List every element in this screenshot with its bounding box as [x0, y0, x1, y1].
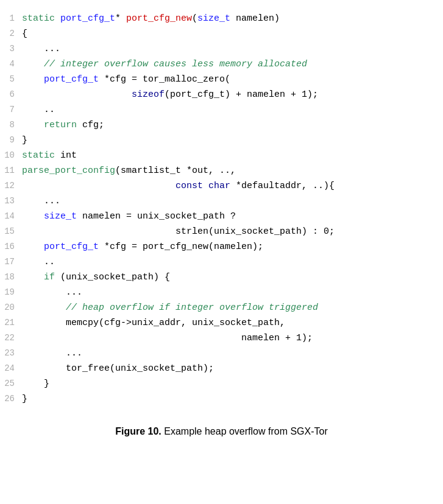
- code-token: [22, 242, 44, 252]
- line-number: 11: [0, 163, 22, 178]
- code-text: strlen(unix_socket_path) : 0;: [22, 225, 443, 239]
- code-line: 9}: [0, 133, 443, 148]
- code-text: sizeof(port_cfg_t) + namelen + 1);: [22, 88, 443, 102]
- line-number: 10: [0, 148, 22, 163]
- code-token: [55, 150, 60, 161]
- code-text: namelen + 1);: [22, 331, 443, 346]
- line-number: 16: [0, 239, 22, 254]
- code-text: ...: [22, 285, 443, 300]
- code-token: }: [22, 394, 27, 404]
- code-token: [22, 74, 44, 85]
- code-text: parse_port_config(smartlist_t *out, ..,: [22, 164, 443, 178]
- code-token: ...: [22, 196, 60, 206]
- line-number: 9: [0, 133, 22, 147]
- code-token: port_cfg_t: [60, 13, 115, 24]
- code-token: ...: [22, 44, 60, 54]
- code-text: const char *defaultaddr, ..){: [22, 179, 443, 194]
- code-text: }: [22, 133, 443, 148]
- code-token: [22, 272, 44, 282]
- code-text: if (unix_socket_path) {: [22, 270, 443, 285]
- code-token: [22, 89, 132, 100]
- code-line: 22 namelen + 1);: [0, 331, 443, 346]
- code-line: 21 memcpy(cfg->unix_addr, unix_socket_pa…: [0, 315, 443, 331]
- line-number: 7: [0, 102, 22, 117]
- code-token: port_cfg_new: [126, 13, 192, 24]
- line-number: 17: [0, 254, 22, 269]
- code-token: (: [192, 13, 197, 24]
- code-line: 16 port_cfg_t *cfg = port_cfg_new(namele…: [0, 239, 443, 254]
- code-token: sizeof: [132, 89, 165, 100]
- figure-caption: Figure 10. Example heap overflow from SG…: [0, 426, 443, 437]
- code-token: size_t: [44, 211, 77, 222]
- line-number: 1: [0, 11, 22, 26]
- line-number: 5: [0, 72, 22, 86]
- code-token: parse_port_config: [22, 166, 115, 176]
- code-token: cfg;: [77, 120, 104, 130]
- code-text: tor_free(unix_socket_path);: [22, 362, 443, 376]
- code-line: 7 ..: [0, 102, 443, 117]
- line-number: 19: [0, 285, 22, 299]
- code-text: ...: [22, 194, 443, 209]
- line-number: 20: [0, 300, 22, 315]
- code-token: ..: [22, 257, 55, 267]
- line-number: 22: [0, 331, 22, 345]
- code-line: 20 // heap overflow if integer overflow …: [0, 300, 443, 315]
- line-number: 13: [0, 194, 22, 208]
- code-line: 2{: [0, 26, 443, 41]
- code-text: ...: [22, 346, 443, 361]
- code-block: 1static port_cfg_t* port_cfg_new(size_t …: [0, 6, 443, 411]
- code-token: {: [22, 29, 27, 39]
- code-text: }: [22, 392, 443, 407]
- code-text: ...: [22, 42, 443, 57]
- code-token: namelen + 1);: [22, 333, 313, 343]
- code-line: 19 ...: [0, 285, 443, 300]
- line-number: 18: [0, 270, 22, 284]
- code-token: memcpy(cfg->unix_addr, unix_socket_path,: [22, 318, 285, 328]
- code-token: tor_free(unix_socket_path);: [22, 363, 214, 374]
- code-token: // heap overflow if integer overflow tri…: [22, 303, 318, 313]
- code-line: 4 // integer overflow causes less memory…: [0, 57, 443, 72]
- line-number: 21: [0, 315, 22, 330]
- code-text: port_cfg_t *cfg = tor_malloc_zero(: [22, 72, 443, 87]
- code-line: 3 ...: [0, 41, 443, 57]
- code-token: return: [44, 120, 77, 130]
- code-line: 5 port_cfg_t *cfg = tor_malloc_zero(: [0, 72, 443, 87]
- code-line: 13 ...: [0, 194, 443, 209]
- code-token: // integer overflow causes less memory a…: [22, 59, 307, 69]
- code-text: }: [22, 377, 443, 391]
- code-line: 17 ..: [0, 254, 443, 270]
- code-line: 24 tor_free(unix_socket_path);: [0, 361, 443, 376]
- code-line: 25 }: [0, 376, 443, 391]
- code-token: const: [175, 181, 203, 191]
- code-text: static int: [22, 149, 443, 163]
- code-token: int: [60, 150, 77, 161]
- code-text: ..: [22, 103, 443, 117]
- code-token: port_cfg_t: [44, 242, 99, 252]
- code-token: [22, 181, 175, 191]
- code-line: 26}: [0, 391, 443, 407]
- code-token: size_t: [197, 13, 230, 24]
- figure-text: Example heap overflow from SGX-Tor: [164, 426, 328, 436]
- line-number: 24: [0, 361, 22, 376]
- code-token: }: [22, 379, 49, 389]
- code-text: size_t namelen = unix_socket_path ?: [22, 209, 443, 224]
- line-number: 12: [0, 178, 22, 193]
- line-number: 15: [0, 224, 22, 239]
- code-token: static: [22, 150, 55, 161]
- line-number: 14: [0, 209, 22, 223]
- code-text: return cfg;: [22, 118, 443, 133]
- code-token: strlen(unix_socket_path) : 0;: [22, 226, 335, 237]
- code-line: 12 const char *defaultaddr, ..){: [0, 178, 443, 194]
- code-line: 23 ...: [0, 346, 443, 361]
- code-token: [22, 120, 44, 130]
- code-line: 14 size_t namelen = unix_socket_path ?: [0, 209, 443, 224]
- code-line: 15 strlen(unix_socket_path) : 0;: [0, 224, 443, 239]
- code-token: namelen = unix_socket_path ?: [77, 211, 236, 222]
- code-text: // integer overflow causes less memory a…: [22, 57, 443, 72]
- code-token: }: [22, 135, 27, 145]
- line-number: 8: [0, 117, 22, 132]
- code-token: [203, 181, 208, 191]
- code-line: 6 sizeof(port_cfg_t) + namelen + 1);: [0, 87, 443, 102]
- code-token: if: [44, 272, 55, 282]
- code-token: [22, 211, 44, 222]
